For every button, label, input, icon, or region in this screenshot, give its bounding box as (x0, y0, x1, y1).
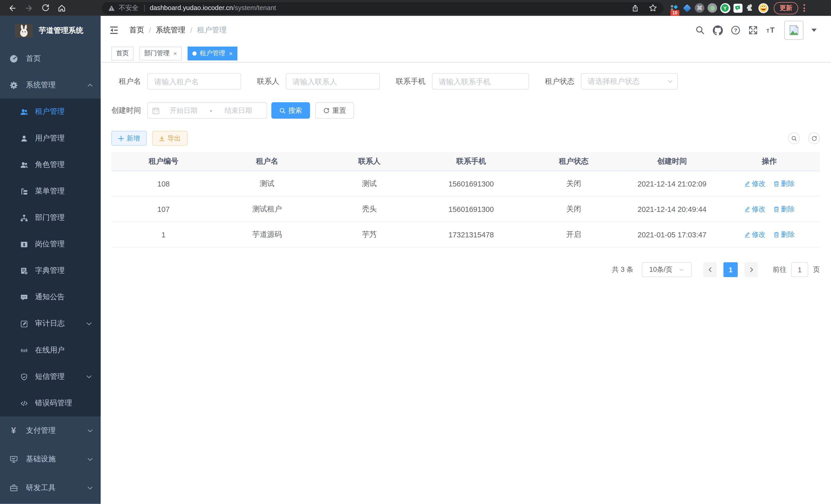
contact-input[interactable] (286, 73, 380, 90)
page-size-select[interactable]: 10条/页 (642, 262, 692, 277)
sidebar-item-sms[interactable]: 短信管理 (0, 363, 101, 390)
github-link[interactable] (713, 25, 723, 35)
sidebar-item-infra[interactable]: 基础设施 (0, 445, 101, 474)
sidebar-item-home[interactable]: 首页 (0, 46, 101, 72)
breadcrumb-system[interactable]: 系统管理 (156, 25, 185, 35)
button-label: 导出 (168, 134, 181, 143)
status-select[interactable]: 请选择租户状态 (581, 73, 678, 90)
tab-label: 部门管理 (144, 49, 170, 58)
users-group-icon (20, 108, 28, 116)
header-search-button[interactable] (695, 25, 705, 35)
extension-emoji-icon[interactable] (757, 2, 770, 14)
sidebar-item-user[interactable]: 用户管理 (0, 125, 101, 152)
goto-page-input[interactable] (791, 262, 808, 277)
prev-page-button[interactable] (703, 262, 717, 277)
fullscreen-button[interactable] (748, 25, 758, 35)
next-page-button[interactable] (745, 262, 758, 277)
svg-text:T: T (766, 28, 769, 34)
page-size-value: 10条/页 (649, 265, 672, 274)
gauge-icon (9, 55, 18, 63)
sidebar-item-error-code[interactable]: 错误码管理 (0, 390, 101, 416)
browser-forward-button[interactable] (21, 1, 37, 15)
sidebar-item-role[interactable]: 角色管理 (0, 152, 101, 178)
sidebar-item-online-users[interactable]: 在线用户 (0, 337, 101, 363)
bookmark-star-button[interactable] (649, 4, 657, 12)
app-logo[interactable]: 芋道管理系统 (0, 16, 101, 46)
show-search-toggle-button[interactable] (788, 132, 800, 144)
tab-dept[interactable]: 部门管理 × (139, 46, 182, 60)
sidebar-item-dict[interactable]: 字典管理 (0, 258, 101, 284)
edit-link[interactable]: 修改 (744, 230, 766, 239)
user-icon (20, 135, 28, 142)
browser-back-button[interactable] (4, 1, 21, 15)
sidebar-item-tenant[interactable]: 租户管理 (0, 99, 101, 125)
browser-menu-button[interactable] (803, 4, 805, 12)
sidebar-item-label: 审计日志 (35, 319, 65, 329)
sidebar-item-dept[interactable]: 部门管理 (0, 205, 101, 231)
extension-kite-icon[interactable] (681, 2, 693, 14)
reset-button[interactable]: 重置 (315, 102, 354, 119)
browser-home-button[interactable] (53, 1, 70, 15)
active-dot (193, 51, 197, 56)
sidebar-item-system[interactable]: 系统管理 (0, 72, 101, 99)
tab-tenant[interactable]: 租户管理 × (188, 46, 237, 60)
delete-link[interactable]: 删除 (773, 230, 795, 239)
delete-link[interactable]: 删除 (773, 179, 795, 188)
menu-tree-icon (20, 187, 28, 195)
sidebar-item-notice[interactable]: 通知公告 (0, 284, 101, 310)
date-range-picker[interactable]: 开始日期 - 结束日期 (147, 102, 267, 119)
extension-y-icon[interactable]: Y (719, 2, 732, 14)
edit-pen-icon (744, 231, 750, 238)
cell-created: 2021-01-05 17:03:47 (625, 222, 719, 247)
sidebar-item-audit-log[interactable]: 审计日志 (0, 310, 101, 337)
browser-update-button[interactable]: 更新 (774, 2, 798, 14)
monitor-icon (9, 455, 18, 464)
code-icon (20, 399, 28, 407)
sidebar-item-label: 岗位管理 (35, 239, 65, 249)
page-number-current[interactable]: 1 (723, 262, 738, 277)
delete-link[interactable]: 删除 (773, 204, 795, 214)
add-button[interactable]: 新增 (111, 131, 147, 146)
sidebar-item-menu[interactable]: 菜单管理 (0, 178, 101, 205)
tenant-name-input[interactable] (147, 73, 241, 90)
page-content: 租户名 联系人 联系手机 租户状态 请选择租户状态 (101, 62, 831, 277)
browser-toolbar: 不安全 dashboard.yudao.iocoder.cn/system/te… (0, 0, 831, 16)
edit-link[interactable]: 修改 (744, 179, 766, 188)
sidebar-item-label: 用户管理 (35, 134, 65, 143)
close-icon[interactable]: × (229, 50, 233, 57)
address-bar[interactable]: 不安全 dashboard.yudao.iocoder.cn/system/te… (102, 2, 663, 14)
security-label: 不安全 (119, 3, 139, 12)
refresh-icon (323, 108, 330, 114)
close-icon[interactable]: × (173, 50, 177, 57)
sidebar-item-label: 菜单管理 (35, 186, 65, 196)
export-button[interactable]: 导出 (152, 131, 188, 146)
mobile-input[interactable] (432, 73, 529, 90)
avatar-dropdown-caret[interactable] (811, 29, 817, 32)
extensions-menu-button[interactable] (744, 2, 757, 14)
cell-tenant-name: 测试租户 (216, 196, 318, 222)
cell-created: 2021-12-14 21:02:09 (625, 171, 719, 196)
share-button[interactable] (631, 4, 639, 12)
help-button[interactable]: ? (731, 25, 740, 35)
refresh-table-button[interactable] (808, 132, 820, 144)
sidebar-item-post[interactable]: 岗位管理 (0, 231, 101, 258)
breadcrumb-home[interactable]: 首页 (129, 25, 144, 35)
browser-reload-button[interactable] (37, 1, 53, 15)
search-button[interactable]: 搜索 (271, 102, 310, 119)
extension-recorder-icon[interactable] (706, 2, 719, 14)
font-size-button[interactable]: TT (766, 25, 776, 35)
cell-tenant-name: 芋道源码 (216, 222, 318, 247)
extension-command-icon[interactable]: ⌘ (693, 2, 706, 14)
user-avatar[interactable] (784, 21, 803, 39)
edit-link[interactable]: 修改 (744, 204, 766, 214)
breadcrumb-current: 租户管理 (197, 25, 227, 35)
extension-chat-icon[interactable] (731, 2, 744, 14)
sidebar-item-dev-tools[interactable]: 研发工具 (0, 474, 101, 502)
tab-home[interactable]: 首页 (111, 46, 134, 60)
emoji-face-icon (758, 3, 768, 13)
sidebar-toggle-button[interactable] (107, 24, 121, 37)
extension-tabs-icon[interactable]: 10 (668, 2, 681, 14)
sidebar-item-payment[interactable]: ¥ 支付管理 (0, 416, 101, 445)
breadcrumb: 首页 / 系统管理 / 租户管理 (129, 25, 227, 35)
broken-image-icon (788, 24, 800, 36)
